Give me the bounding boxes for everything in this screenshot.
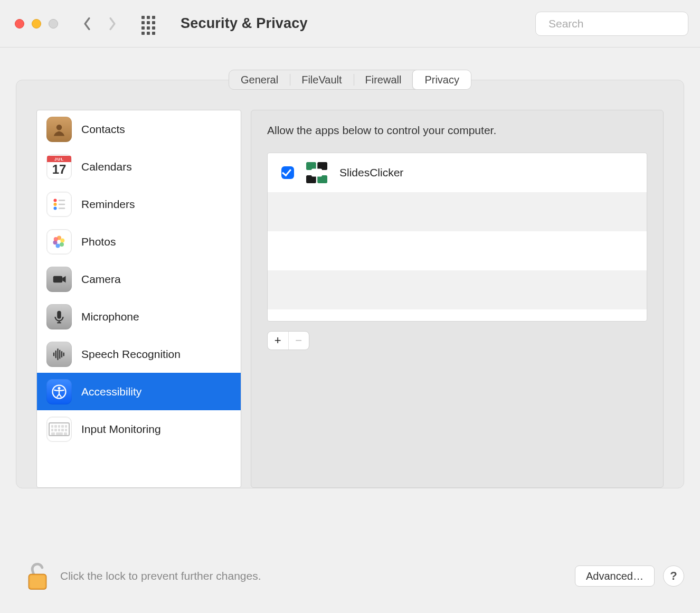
app-row[interactable]: SlidesClicker xyxy=(268,153,647,192)
show-all-prefs-button[interactable] xyxy=(141,16,157,32)
sidebar-item-microphone[interactable]: Microphone xyxy=(37,298,241,335)
tab-general[interactable]: General xyxy=(229,70,290,89)
svg-point-2 xyxy=(56,125,62,130)
svg-point-26 xyxy=(58,386,61,389)
svg-point-14 xyxy=(54,237,58,241)
search-input[interactable] xyxy=(548,17,687,30)
svg-rect-31 xyxy=(311,169,322,177)
add-app-button[interactable]: + xyxy=(268,332,289,350)
app-name-label: SlidesClicker xyxy=(339,166,403,179)
sidebar-label: Calendars xyxy=(81,161,132,173)
svg-rect-6 xyxy=(59,203,65,205)
camera-icon xyxy=(46,267,72,292)
sidebar-item-speech-recognition[interactable]: Speech Recognition xyxy=(37,335,241,373)
footer: Click the lock to prevent further change… xyxy=(0,539,700,613)
sidebar-label: Camera xyxy=(81,273,121,286)
svg-point-12 xyxy=(56,243,60,248)
app-enable-checkbox[interactable] xyxy=(281,166,294,179)
keyboard-icon xyxy=(46,417,72,442)
unlocked-lock-icon xyxy=(24,560,51,592)
contacts-icon xyxy=(46,117,72,142)
reminders-icon xyxy=(46,192,72,217)
sidebar-item-contacts[interactable]: Contacts xyxy=(37,110,241,148)
sidebar-label: Contacts xyxy=(81,123,125,136)
privacy-category-list[interactable]: Contacts JUL 17 Calendars Reminders xyxy=(36,110,241,488)
lock-button[interactable] xyxy=(24,560,51,592)
calendars-icon: JUL 17 xyxy=(46,154,72,180)
sidebar-item-accessibility[interactable]: Accessibility xyxy=(37,373,241,410)
sidebar-item-reminders[interactable]: Reminders xyxy=(37,185,241,223)
lock-hint-text: Click the lock to prevent further change… xyxy=(60,570,261,582)
sidebar-item-camera[interactable]: Camera xyxy=(37,260,241,298)
sidebar-label: Reminders xyxy=(81,198,135,211)
sidebar-item-input-monitoring[interactable]: Input Monitoring xyxy=(37,410,241,448)
tab-firewall[interactable]: Firewall xyxy=(354,70,413,89)
remove-app-button[interactable]: − xyxy=(289,332,309,350)
chevron-right-icon xyxy=(108,17,117,31)
app-row-empty xyxy=(268,231,647,270)
tab-privacy[interactable]: Privacy xyxy=(412,70,471,90)
help-button[interactable]: ? xyxy=(663,565,684,587)
svg-rect-4 xyxy=(59,200,65,201)
sidebar-label: Accessibility xyxy=(81,385,141,398)
svg-rect-15 xyxy=(53,276,63,282)
traffic-lights xyxy=(15,19,58,29)
svg-point-10 xyxy=(60,238,64,242)
minimize-window-button[interactable] xyxy=(32,19,41,29)
accessibility-detail-pane: Allow the apps below to control your com… xyxy=(251,110,664,488)
svg-rect-16 xyxy=(57,310,61,318)
nav-arrows xyxy=(81,16,118,32)
svg-point-11 xyxy=(60,242,64,247)
svg-point-7 xyxy=(54,206,57,210)
allowed-apps-list[interactable]: SlidesClicker xyxy=(267,153,647,322)
svg-rect-33 xyxy=(30,576,45,588)
forward-button[interactable] xyxy=(107,16,118,32)
toolbar: Security & Privacy xyxy=(0,0,700,48)
sidebar-label: Input Monitoring xyxy=(81,423,161,436)
accessibility-icon xyxy=(46,379,72,404)
sidebar-label: Photos xyxy=(81,235,116,248)
svg-point-5 xyxy=(54,203,57,206)
back-button[interactable] xyxy=(81,16,93,32)
sidebar-item-photos[interactable]: Photos xyxy=(37,223,241,260)
sidebar-label: Speech Recognition xyxy=(81,348,181,361)
add-remove-control: + − xyxy=(267,331,309,350)
close-window-button[interactable] xyxy=(15,19,24,29)
chevron-left-icon xyxy=(82,17,92,31)
advanced-button[interactable]: Advanced… xyxy=(575,565,655,587)
svg-rect-8 xyxy=(59,208,65,209)
sidebar-item-calendars[interactable]: JUL 17 Calendars xyxy=(37,148,241,185)
microphone-icon xyxy=(46,304,72,329)
app-row-empty xyxy=(268,270,647,309)
photos-icon xyxy=(46,229,72,254)
speech-recognition-icon xyxy=(46,342,72,367)
app-row-empty xyxy=(268,192,647,231)
tab-filevault[interactable]: FileVault xyxy=(290,70,353,89)
window-title: Security & Privacy xyxy=(181,15,308,32)
svg-point-3 xyxy=(54,199,57,202)
zoom-window-button[interactable] xyxy=(49,19,58,29)
pane-heading: Allow the apps below to control your com… xyxy=(267,124,647,137)
app-icon xyxy=(304,159,330,186)
app-row-empty xyxy=(268,309,647,320)
sidebar-label: Microphone xyxy=(81,310,139,323)
privacy-panel: Contacts JUL 17 Calendars Reminders xyxy=(16,80,684,488)
search-field[interactable] xyxy=(535,12,688,36)
